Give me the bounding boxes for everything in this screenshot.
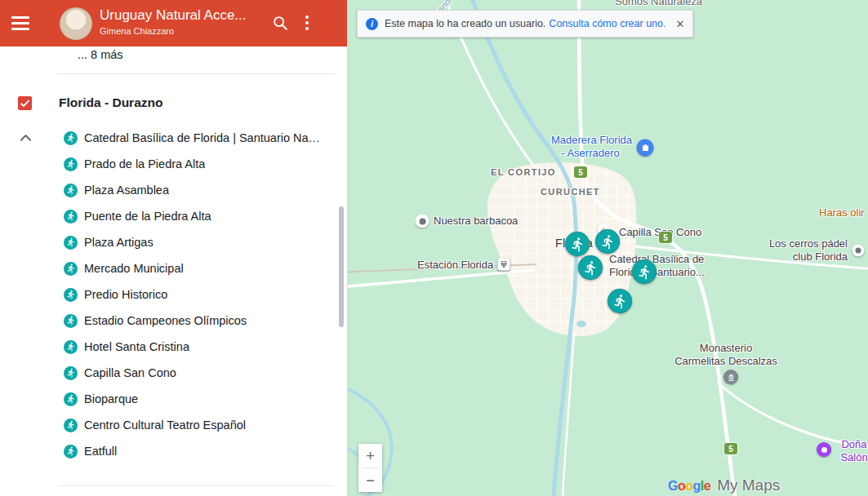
marker-dona-salon[interactable]	[817, 442, 831, 457]
sports-icon	[856, 248, 861, 254]
user-map-banner: i Este mapa lo ha creado un usuario. Con…	[357, 10, 693, 38]
google-logo[interactable]: Google	[668, 479, 710, 494]
walk-marker-icon	[64, 184, 78, 197]
walk-icon	[583, 260, 599, 276]
more-items-link[interactable]: ... 8 más	[78, 48, 123, 61]
place-item[interactable]: Mercado Municipal	[0, 255, 336, 281]
route-5-shield: 5	[659, 232, 672, 243]
my-maps-app: Uruguay Natural Acce... Gimena Chiazzaro…	[0, 0, 868, 496]
label-catedral-basilica[interactable]: Catedral Basílica deFlorida | Santuario.…	[609, 253, 705, 280]
walk-marker-icon	[64, 131, 78, 145]
marker-monasterio[interactable]	[723, 370, 738, 384]
label-maderera[interactable]: Maderera Florida- Aserradero	[551, 134, 630, 161]
place-item[interactable]: Bioparque	[0, 386, 336, 412]
place-item[interactable]: Puente de la Piedra Alta	[0, 203, 336, 229]
banner-close-icon[interactable]: ✕	[676, 19, 685, 29]
walk-marker-icon	[64, 340, 78, 354]
sidebar-scrollbar-thumb[interactable]	[339, 206, 344, 327]
place-item[interactable]: Prado de la Piedra Alta	[0, 151, 336, 177]
walk-marker-icon	[64, 262, 78, 276]
walk-icon	[612, 294, 628, 309]
place-item[interactable]: Plaza Asamblea	[0, 177, 336, 203]
divider	[57, 485, 335, 486]
marker-walk-place[interactable]	[578, 255, 603, 280]
avatar[interactable]	[60, 7, 92, 40]
map-title: Uruguay Natural Acce...	[100, 7, 247, 24]
walk-marker-icon	[64, 236, 78, 250]
place-item[interactable]: Plaza Artigas	[0, 229, 336, 255]
walk-marker-icon	[64, 314, 78, 328]
zoom-out-button[interactable]: −	[358, 468, 382, 492]
church-icon	[727, 373, 736, 382]
divider	[57, 73, 335, 74]
sidebar-panel: Uruguay Natural Acce... Gimena Chiazzaro…	[0, 0, 348, 496]
label-estacion-florida[interactable]: Estación Florida	[417, 259, 493, 271]
place-item[interactable]: Catedral Basílica de Florida | Santuario…	[0, 125, 336, 151]
train-station-icon	[500, 260, 509, 269]
sidebar-header: Uruguay Natural Acce... Gimena Chiazzaro	[0, 0, 347, 46]
marker-los-cerros-padel[interactable]	[852, 245, 865, 257]
label-curuchet: CURUCHET	[541, 187, 600, 197]
marker-estacion-florida[interactable]	[498, 259, 510, 271]
walk-marker-icon	[64, 288, 78, 302]
banner-link[interactable]: Consulta cómo crear uno.	[549, 18, 665, 29]
check-icon	[20, 98, 30, 108]
marker-nuestra-barbacoa[interactable]	[416, 215, 430, 228]
walk-icon	[570, 237, 585, 252]
hamburger-menu-icon[interactable]	[11, 16, 29, 30]
place-item[interactable]: Centro Cultural Teatro Español	[0, 412, 336, 438]
marker-walk-place[interactable]	[632, 259, 657, 284]
marker-walk-place[interactable]	[565, 232, 590, 256]
layer-checkbox[interactable]	[18, 96, 32, 110]
map-canvas[interactable]: Somos Naturaleza Candil Maderera Florida…	[347, 0, 868, 496]
place-item[interactable]: Hotel Santa Cristina	[0, 334, 336, 360]
place-item[interactable]: Capilla San Cono	[0, 360, 336, 386]
label-monasterio[interactable]: MonasterioCarmelitas Descalzas	[670, 342, 781, 369]
marker-walk-place[interactable]	[595, 229, 620, 254]
marker-maderera[interactable]	[637, 140, 654, 157]
restaurant-icon	[419, 218, 425, 224]
map-author: Gimena Chiazzaro	[100, 26, 174, 36]
label-nuestra-barbacoa[interactable]: Nuestra barbacoa	[434, 215, 518, 227]
route-5-shield: 5	[724, 443, 737, 454]
place-item[interactable]: Eatfull	[0, 438, 336, 464]
place-list: Catedral Basílica de Florida | Santuario…	[0, 125, 336, 464]
salon-icon	[821, 447, 827, 453]
walk-marker-icon	[64, 445, 78, 458]
zoom-control: + −	[358, 444, 382, 492]
walk-icon	[600, 234, 616, 250]
walk-marker-icon	[64, 210, 78, 224]
label-los-cerros-padel[interactable]: Los cerros pádelclub Florida	[766, 237, 848, 264]
walk-icon	[637, 264, 652, 280]
zoom-in-button[interactable]: +	[358, 444, 382, 467]
label-el-cortijo: EL CORTIJO	[491, 167, 556, 177]
search-icon[interactable]	[271, 14, 289, 32]
kebab-menu-icon[interactable]	[301, 14, 313, 32]
place-item[interactable]: Predio Historico	[0, 281, 336, 308]
walk-marker-icon	[64, 366, 78, 380]
label-haras[interactable]: Haras olir	[819, 206, 865, 219]
walk-marker-icon	[64, 157, 78, 171]
route-5-shield: 5	[574, 166, 587, 178]
walk-marker-icon	[64, 418, 78, 432]
place-item[interactable]: Estadio Campeones Olímpicos	[0, 308, 336, 334]
briefcase-icon	[640, 143, 650, 153]
marker-walk-place[interactable]	[608, 289, 632, 313]
map-attribution: Google My Maps	[668, 476, 780, 494]
my-maps-label: My Maps	[717, 476, 780, 494]
label-somos-naturaleza: Somos Naturaleza	[615, 0, 702, 7]
info-icon: i	[366, 18, 378, 30]
walk-marker-icon	[64, 392, 78, 406]
layer-title[interactable]: Florida - Durazno	[59, 95, 162, 110]
label-dona-salon[interactable]: DoñaSalón	[837, 438, 868, 465]
banner-text: Este mapa lo ha creado un usuario.	[385, 18, 545, 29]
